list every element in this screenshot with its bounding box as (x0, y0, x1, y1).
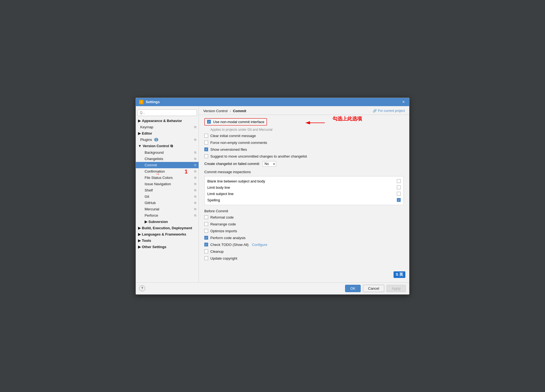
cleanup-checkbox[interactable] (204, 249, 208, 253)
expand-arrow-icon: ▼ (138, 144, 142, 148)
cleanup-row: Cleanup (204, 249, 404, 254)
optimize-checkbox[interactable] (204, 229, 208, 233)
inspection-limit-body[interactable]: Limit body line (205, 184, 403, 191)
inspection-label: Spelling (207, 198, 220, 202)
sidebar-item-plugins[interactable]: Plugins 1 ⧉ (136, 137, 199, 143)
sidebar-item-version-control[interactable]: ▼ Version Control ⧉ (136, 143, 199, 149)
check-todo-label: Check TODO (Show All) (210, 243, 249, 247)
help-button[interactable]: ? (139, 285, 145, 291)
show-unversioned-label: Show unversioned files (210, 147, 247, 152)
inspection-checkbox[interactable] (397, 185, 401, 189)
sidebar-item-confirmation[interactable]: Confirmation ⧉ (136, 168, 199, 175)
expand-arrow-icon: ▶ (138, 245, 141, 249)
changelist-label: Create changelist on failed commit: (204, 162, 260, 166)
suggest-move-label: Suggest to move uncommitted changes to a… (210, 154, 307, 158)
bottom-buttons: OK Cancel Apply (345, 285, 406, 292)
sidebar-item-label: Plugins (140, 138, 152, 142)
inspections-box: Blank line between subject and body Limi… (204, 176, 404, 205)
plugins-badge: 1 (154, 138, 159, 141)
non-modal-checkbox[interactable] (207, 120, 211, 124)
sidebar-item-issue-navigation[interactable]: Issue Navigation ⧉ (136, 181, 199, 187)
check-todo-checkbox[interactable] (204, 243, 208, 246)
copy-icon: ⧉ (194, 125, 196, 129)
copy-icon: ⧉ (194, 201, 196, 205)
show-unversioned-checkbox[interactable] (204, 147, 208, 151)
breadcrumb-parent: Version Control (203, 109, 228, 113)
sidebar-item-label: Issue Navigation (145, 182, 171, 186)
sidebar-item-tools[interactable]: ▶ Tools (136, 237, 199, 244)
cancel-button[interactable]: Cancel (363, 285, 384, 292)
sidebar-item-label: Tools (142, 239, 151, 243)
sidebar-item-other-settings[interactable]: ▶ Other Settings (136, 244, 199, 250)
inspection-checkbox[interactable] (397, 192, 401, 196)
sidebar-item-perforce[interactable]: Perforce ⧉ (136, 212, 199, 219)
perform-analysis-checkbox[interactable] (204, 236, 208, 240)
for-current-project-link[interactable]: 🔗 For current project (373, 109, 405, 113)
sidebar-item-commit[interactable]: Commit ⧉ (136, 162, 199, 168)
ok-button[interactable]: OK (345, 285, 361, 292)
sidebar-item-build[interactable]: ▶ Build, Execution, Deployment (136, 225, 199, 231)
link-icon: 🔗 (373, 109, 377, 113)
force-non-empty-checkbox[interactable] (204, 141, 208, 144)
update-copyright-label: Update copyright (210, 256, 237, 260)
reformat-row: Reformat code (204, 215, 404, 219)
sidebar-item-github[interactable]: GitHub ⧉ (136, 200, 199, 206)
breadcrumb: Version Control › Commit (203, 109, 246, 113)
settings-dialog: i Settings × ▶ Appearance & Behavior Key… (136, 98, 409, 295)
sidebar-item-label: File Status Colors (145, 176, 173, 180)
sidebar-item-languages[interactable]: ▶ Languages & Frameworks (136, 231, 199, 237)
sidebar-item-mercurial[interactable]: Mercurial ⧉ (136, 206, 199, 212)
sidebar-item-label: Mercurial (145, 207, 159, 211)
update-copyright-row: Update copyright (204, 256, 404, 260)
sidebar-item-changelists[interactable]: Changelists ⧉ (136, 156, 199, 162)
sidebar-item-keymap[interactable]: Keymap ⧉ (136, 124, 199, 130)
sidebar-item-appearance[interactable]: ▶ Appearance & Behavior (136, 118, 199, 124)
copy-icon: ⧉ (194, 151, 196, 154)
configure-link[interactable]: Configure (252, 243, 267, 247)
copy-icon: ⧉ (194, 176, 196, 179)
copy-icon: ⧉ (194, 188, 196, 192)
copy-icon: ⧉ (194, 157, 196, 161)
reformat-checkbox[interactable] (204, 215, 208, 219)
check-todo-row: Check TODO (Show All) Configure (204, 243, 404, 247)
inspection-checkbox[interactable] (397, 198, 401, 202)
expand-arrow-icon: ▶ (138, 239, 141, 243)
sidebar-item-shelf[interactable]: Shelf ⧉ (136, 187, 199, 193)
sidebar-item-git[interactable]: Git ⧉ (136, 193, 199, 200)
sidebar: ▶ Appearance & Behavior Keymap ⧉ ▶ Edito… (136, 106, 199, 282)
breadcrumb-separator: › (230, 109, 232, 113)
expand-arrow-icon: ▶ (138, 226, 141, 230)
before-commit-section: Reformat code Rearrange code Optimize im… (204, 215, 404, 260)
update-copyright-checkbox[interactable] (204, 256, 208, 260)
sidebar-item-background[interactable]: Background ⧉ (136, 149, 199, 156)
copy-icon: ⧉ (194, 207, 196, 211)
inspection-label: Limit body line (207, 185, 230, 190)
non-modal-label: Use non-modal commit interface (213, 120, 264, 124)
rearrange-checkbox[interactable] (204, 222, 208, 226)
sidebar-item-label: Commit (145, 163, 157, 167)
changelist-select[interactable]: No Yes Ask (263, 161, 276, 167)
sidebar-item-label: Keymap (140, 125, 153, 129)
sidebar-item-label: Perforce (145, 213, 158, 217)
close-button[interactable]: × (401, 100, 406, 104)
suggest-move-row: Suggest to move uncommitted changes to a… (204, 154, 404, 158)
search-input[interactable] (137, 109, 197, 116)
copy-icon: ⧉ (194, 195, 196, 198)
clear-initial-row: Clear initial commit message (204, 134, 404, 138)
suggest-move-checkbox[interactable] (204, 154, 208, 158)
inspection-spelling[interactable]: Spelling (205, 197, 403, 203)
inspection-checkbox[interactable] (397, 179, 401, 183)
sidebar-item-subversion[interactable]: ▶ Subversion (136, 219, 199, 225)
clear-initial-label: Clear initial commit message (210, 134, 256, 138)
optimize-label: Optimize imports (210, 229, 237, 233)
annotation-chinese-text: 勾选上此选项 (332, 115, 362, 122)
inspection-limit-subject[interactable]: Limit subject line (205, 191, 403, 197)
sidebar-item-label: Shelf (145, 188, 153, 192)
inspection-blank-line[interactable]: Blank line between subject and body (205, 178, 403, 184)
apply-button[interactable]: Apply (386, 285, 406, 292)
for-project-label: For current project (378, 109, 405, 113)
sidebar-item-file-status-colors[interactable]: File Status Colors ⧉ (136, 175, 199, 181)
clear-initial-checkbox[interactable] (204, 134, 208, 138)
sidebar-item-editor[interactable]: ▶ Editor (136, 130, 199, 137)
copy-icon: ⧉ (194, 138, 196, 141)
